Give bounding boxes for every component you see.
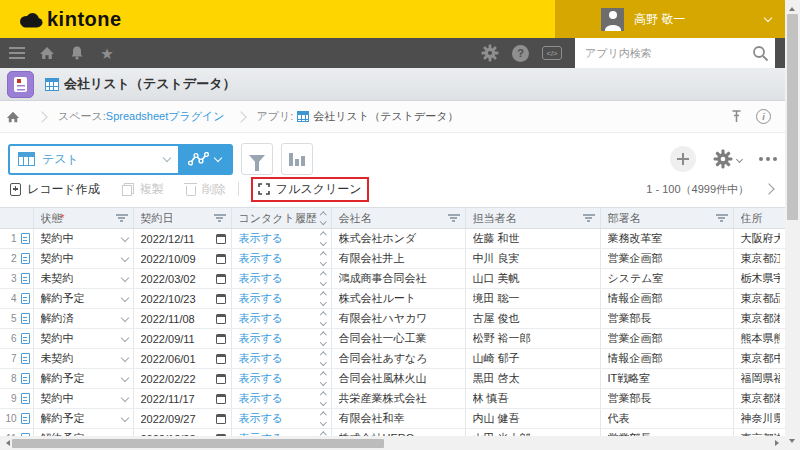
kintone-logo[interactable]: kintone bbox=[18, 8, 122, 31]
status-dropdown-icon[interactable] bbox=[120, 253, 128, 261]
contact-history-link[interactable]: 表示する bbox=[239, 391, 318, 406]
status-cell[interactable]: 未契約 bbox=[33, 269, 133, 289]
vertical-scrollbar[interactable] bbox=[785, 0, 800, 450]
record-detail-icon[interactable] bbox=[21, 313, 30, 324]
chart-button[interactable] bbox=[281, 143, 313, 175]
calendar-icon[interactable] bbox=[216, 254, 226, 264]
calendar-icon[interactable] bbox=[216, 334, 226, 344]
record-create-button[interactable]: レコード作成 bbox=[10, 181, 100, 198]
contact-stepper-icon[interactable] bbox=[321, 353, 326, 364]
column-filter-icon[interactable] bbox=[448, 214, 460, 222]
status-cell[interactable]: 契約中 bbox=[33, 229, 133, 249]
column-sort-icon[interactable] bbox=[321, 213, 326, 224]
calendar-icon[interactable] bbox=[216, 394, 226, 404]
record-detail-icon[interactable] bbox=[21, 253, 30, 264]
column-filter-icon[interactable] bbox=[116, 214, 128, 222]
next-page-button[interactable] bbox=[763, 183, 774, 194]
status-cell[interactable]: 契約中 bbox=[33, 389, 133, 409]
add-record-plus-button[interactable] bbox=[670, 146, 696, 172]
contact-history-link[interactable]: 表示する bbox=[239, 251, 318, 266]
app-settings-button[interactable] bbox=[713, 149, 742, 169]
contact-stepper-icon[interactable] bbox=[321, 373, 326, 384]
contact-stepper-icon[interactable] bbox=[321, 333, 326, 344]
calendar-icon[interactable] bbox=[216, 414, 226, 424]
column-header-department[interactable]: 部署名 bbox=[600, 208, 733, 229]
contact-history-link[interactable]: 表示する bbox=[239, 231, 318, 246]
status-dropdown-icon[interactable] bbox=[120, 333, 128, 341]
code-icon[interactable]: </> bbox=[542, 46, 562, 60]
status-dropdown-icon[interactable] bbox=[120, 233, 128, 241]
fullscreen-button[interactable]: フルスクリーン bbox=[251, 177, 369, 202]
calendar-icon[interactable] bbox=[216, 274, 226, 284]
status-dropdown-icon[interactable] bbox=[120, 353, 128, 361]
record-detail-icon[interactable] bbox=[21, 413, 30, 424]
column-filter-icon[interactable] bbox=[583, 214, 595, 222]
calendar-icon[interactable] bbox=[216, 234, 226, 244]
column-filter-icon[interactable] bbox=[716, 214, 728, 222]
record-detail-icon[interactable] bbox=[21, 373, 30, 384]
search-input[interactable] bbox=[585, 47, 752, 59]
record-detail-icon[interactable] bbox=[21, 233, 30, 244]
record-detail-icon[interactable] bbox=[21, 393, 30, 404]
column-header-company[interactable]: 会社名 bbox=[331, 208, 465, 229]
calendar-icon[interactable] bbox=[216, 294, 226, 304]
status-cell[interactable]: 解約済 bbox=[33, 309, 133, 329]
user-menu[interactable]: 高野 敬一 bbox=[555, 0, 785, 38]
calendar-icon[interactable] bbox=[216, 354, 226, 364]
column-filter-icon[interactable] bbox=[214, 214, 226, 222]
info-icon[interactable]: i bbox=[756, 109, 771, 124]
contact-history-link[interactable]: 表示する bbox=[239, 371, 318, 386]
settings-gear-icon[interactable] bbox=[481, 44, 499, 62]
status-cell[interactable]: 未契約 bbox=[33, 349, 133, 369]
contact-history-link[interactable]: 表示する bbox=[239, 311, 318, 326]
pin-icon[interactable] bbox=[731, 110, 742, 123]
record-detail-icon[interactable] bbox=[21, 273, 30, 284]
calendar-icon[interactable] bbox=[216, 314, 226, 324]
scroll-up-arrow-icon[interactable] bbox=[789, 4, 795, 11]
contact-stepper-icon[interactable] bbox=[321, 233, 326, 244]
status-cell[interactable]: 解約予定 bbox=[33, 289, 133, 309]
graph-dropdown-button[interactable] bbox=[178, 146, 231, 173]
search-icon[interactable] bbox=[752, 45, 769, 62]
favorites-star-icon[interactable]: ★ bbox=[92, 38, 122, 68]
filter-button[interactable] bbox=[241, 143, 273, 175]
contact-history-link[interactable]: 表示する bbox=[239, 271, 318, 286]
column-header-contact-history[interactable]: コンタクト履歴 bbox=[231, 208, 331, 229]
contact-stepper-icon[interactable] bbox=[321, 393, 326, 404]
column-header-address[interactable]: 住所 bbox=[733, 208, 785, 229]
view-dropdown[interactable]: テスト bbox=[10, 146, 178, 173]
horizontal-scrollbar-thumb[interactable] bbox=[12, 439, 384, 448]
contact-stepper-icon[interactable] bbox=[321, 413, 326, 424]
hamburger-menu-icon[interactable] bbox=[2, 38, 32, 68]
status-dropdown-icon[interactable] bbox=[120, 373, 128, 381]
scroll-left-arrow-icon[interactable] bbox=[3, 440, 10, 446]
vertical-scrollbar-thumb[interactable] bbox=[787, 14, 798, 220]
status-dropdown-icon[interactable] bbox=[120, 393, 128, 401]
scroll-down-arrow-icon[interactable] bbox=[789, 439, 795, 446]
calendar-icon[interactable] bbox=[216, 374, 226, 384]
notifications-bell-icon[interactable] bbox=[62, 38, 92, 68]
column-header-contract-date[interactable]: 契約日 bbox=[133, 208, 231, 229]
status-dropdown-icon[interactable] bbox=[120, 313, 128, 321]
status-dropdown-icon[interactable] bbox=[120, 293, 128, 301]
contact-stepper-icon[interactable] bbox=[321, 273, 326, 284]
horizontal-scrollbar[interactable] bbox=[0, 436, 785, 450]
record-detail-icon[interactable] bbox=[21, 293, 30, 304]
record-detail-icon[interactable] bbox=[21, 353, 30, 364]
status-cell[interactable]: 解約予定 bbox=[33, 429, 133, 437]
status-dropdown-icon[interactable] bbox=[120, 273, 128, 281]
status-cell[interactable]: 解約予定 bbox=[33, 369, 133, 389]
column-header-status[interactable]: 状態* bbox=[33, 208, 133, 229]
status-cell[interactable]: 解約予定 bbox=[33, 409, 133, 429]
contact-history-link[interactable]: 表示する bbox=[239, 291, 318, 306]
contact-stepper-icon[interactable] bbox=[321, 313, 326, 324]
status-dropdown-icon[interactable] bbox=[120, 413, 128, 421]
help-icon[interactable]: ? bbox=[512, 45, 529, 62]
more-options-button[interactable] bbox=[759, 157, 777, 161]
contact-history-link[interactable]: 表示する bbox=[239, 411, 318, 426]
status-cell[interactable]: 契約中 bbox=[33, 249, 133, 269]
column-header-person[interactable]: 担当者名 bbox=[465, 208, 600, 229]
breadcrumb-home-icon[interactable] bbox=[0, 102, 26, 132]
space-link[interactable]: Spreadsheetプラグイン bbox=[106, 109, 225, 124]
home-icon[interactable] bbox=[32, 38, 62, 68]
